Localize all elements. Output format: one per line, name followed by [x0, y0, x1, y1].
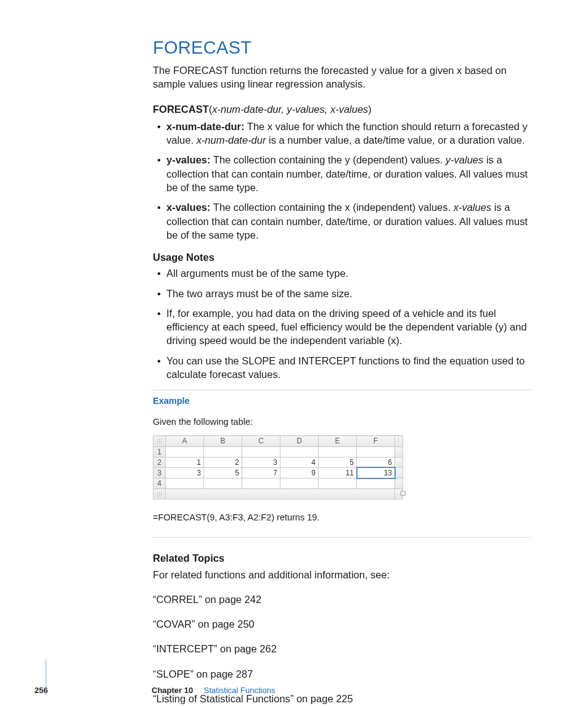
cell [166, 478, 204, 489]
cell: 5 [319, 457, 357, 467]
related-heading: Related Topics [153, 551, 531, 565]
cell [280, 446, 319, 457]
cell [204, 478, 242, 489]
function-intro: The FORECAST function returns the foreca… [153, 64, 531, 91]
cell [357, 478, 395, 489]
right-strip [395, 457, 403, 467]
usage-note: All arguments must be of the same type. [153, 266, 531, 280]
cell: 2 [204, 457, 242, 467]
syntax-args: x-num-date-dur, y-values, x-values [212, 104, 368, 115]
cell: 11 [319, 467, 357, 478]
grip-icon [157, 438, 163, 443]
col-header: B [204, 436, 242, 446]
related-intro: For related functions and additional inf… [153, 568, 531, 581]
right-strip [395, 478, 403, 489]
col-header: E [319, 436, 357, 446]
usage-note: If, for example, you had data on the dri… [153, 306, 531, 348]
cell: 3 [166, 467, 204, 478]
related-link: “CORREL” on page 242 [153, 593, 531, 606]
cell: 5 [204, 467, 242, 478]
param-name: y-values: [166, 154, 211, 165]
usage-heading: Usage Notes [153, 250, 531, 264]
footer-strip [166, 489, 395, 499]
spreadsheet: A B C D E F 1 2 1 2 3 [153, 435, 403, 499]
chapter-title: Statistical Functions [204, 686, 276, 695]
example-title: Example [153, 395, 531, 408]
spreadsheet-footer-row [153, 489, 403, 499]
right-strip [395, 446, 403, 457]
param-item: y-values: The collection containing the … [153, 153, 531, 194]
footer-rule [46, 659, 46, 695]
usage-notes-list: All arguments must be of the same type. … [153, 266, 531, 381]
param-name: x-num-date-dur: [166, 121, 245, 132]
function-title: FORECAST [153, 36, 531, 60]
param-list: x-num-date-dur: The x value for which th… [153, 120, 531, 242]
example-intro: Given the following table: [153, 416, 531, 429]
selection-handle-icon [401, 491, 406, 496]
right-strip [395, 467, 403, 478]
syntax-close: ) [368, 104, 372, 115]
table-corner [153, 436, 166, 446]
param-ital: x-values [454, 202, 491, 213]
cell [319, 446, 357, 457]
col-header: A [166, 436, 204, 446]
cell [242, 478, 280, 489]
cell [166, 446, 204, 457]
page: FORECAST The FORECAST function returns t… [0, 0, 588, 706]
usage-note: You can use the SLOPE and INTERCEPT func… [153, 354, 531, 382]
param-pre: The collection containing the y (depende… [213, 154, 446, 165]
param-name: x-values: [166, 202, 211, 213]
grip-icon [398, 437, 400, 443]
col-header: F [357, 436, 395, 446]
grip-icon [157, 491, 163, 496]
cell [319, 478, 357, 489]
row-header: 3 [153, 467, 166, 478]
cell: 3 [242, 457, 280, 467]
row-header: 4 [153, 478, 166, 489]
cell [357, 446, 395, 457]
chapter-label: Chapter 10 Statistical Functions [152, 685, 275, 696]
table-row: 3 3 5 7 9 11 13 [153, 467, 403, 478]
cell [204, 446, 242, 457]
table-corner [153, 489, 166, 499]
col-header: D [280, 436, 319, 446]
related-link: “INTERCEPT” on page 262 [153, 642, 531, 655]
table-row: 2 1 2 3 4 5 6 [153, 457, 403, 467]
cell: 6 [357, 457, 395, 467]
spreadsheet-table: A B C D E F 1 2 1 2 3 [153, 435, 403, 499]
related-link: “SLOPE” on page 287 [153, 667, 531, 681]
selected-cell: 13 [357, 467, 395, 478]
param-post: is a number value, a date/time value, or… [266, 134, 525, 146]
cell [280, 478, 319, 489]
right-strip [395, 436, 403, 446]
param-item: x-num-date-dur: The x value for which th… [153, 120, 531, 147]
example-result: =FORECAST(9, A3:F3, A2:F2) returns 19. [153, 512, 531, 524]
table-row: 1 [153, 446, 403, 457]
row-header: 2 [153, 457, 166, 467]
usage-note: The two arrays must be of the same size. [153, 287, 531, 300]
cell [242, 446, 280, 457]
cell: 7 [242, 467, 280, 478]
param-pre: The collection containing the x (indepen… [213, 202, 454, 213]
param-item: x-values: The collection containing the … [153, 200, 531, 242]
col-header: C [242, 436, 280, 446]
example-box: Example Given the following table: A B C… [153, 390, 531, 538]
cell: 9 [280, 467, 319, 478]
cell: 1 [166, 457, 204, 467]
spreadsheet-col-header-row: A B C D E F [153, 436, 403, 446]
related-link: “COVAR” on page 250 [153, 617, 531, 631]
param-ital: x-num-date-dur [197, 134, 266, 146]
syntax-fn-name: FORECAST [153, 104, 209, 115]
chapter-number: Chapter 10 [152, 686, 193, 695]
row-header: 1 [153, 446, 166, 457]
syntax-line: FORECAST(x-num-date-dur, y-values, x-val… [153, 102, 531, 116]
cell: 4 [280, 457, 319, 467]
param-ital: y-values [446, 154, 483, 165]
table-row: 4 [153, 478, 403, 489]
